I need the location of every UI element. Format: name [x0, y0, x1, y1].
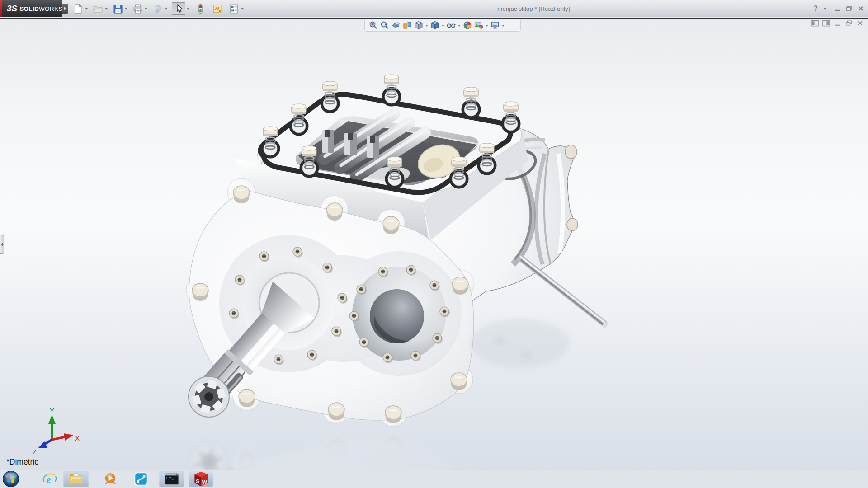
- flange-bolt: [233, 186, 250, 203]
- taskbar-command-prompt[interactable]: C:\_: [159, 471, 184, 487]
- sw-badge: 2015: [201, 483, 208, 487]
- brand-bold: SOLID: [19, 5, 39, 12]
- apply-scene-icon: [474, 20, 484, 30]
- panel-collapse-tab[interactable]: [0, 235, 4, 254]
- hide-show-items-button[interactable]: [446, 20, 456, 30]
- show-panel-right-button[interactable]: [822, 20, 830, 27]
- taskbar-media-player[interactable]: [100, 471, 120, 487]
- open-document-button[interactable]: [92, 3, 110, 14]
- show-panel-left-button[interactable]: [811, 20, 819, 27]
- triad-z-label: Z: [33, 448, 37, 455]
- terminal-text: C:\_: [166, 476, 174, 480]
- network-app-icon: [133, 471, 149, 487]
- flange-bolt: [452, 277, 468, 295]
- zoom-to-area-button[interactable]: [380, 20, 390, 30]
- minimize-button[interactable]: [834, 5, 841, 12]
- select-tool-button[interactable]: [172, 2, 185, 15]
- section-view-icon: [402, 20, 412, 30]
- window-title: menjac sklop * [Read-only]: [497, 0, 570, 17]
- undo-button[interactable]: [152, 3, 170, 14]
- open-document-icon: [92, 3, 104, 14]
- rebuild-icon: [212, 3, 223, 14]
- logo-mark: 3S: [7, 4, 17, 14]
- rebuild-button[interactable]: [212, 3, 223, 14]
- taskbar-network-app[interactable]: [131, 471, 151, 487]
- interference-button[interactable]: [195, 3, 206, 14]
- view-orientation-icon: [414, 20, 424, 30]
- view-settings-button[interactable]: [490, 20, 500, 30]
- view-orientation-label: *Dimetric: [6, 457, 38, 467]
- save-button[interactable]: [112, 3, 130, 14]
- print-button[interactable]: [132, 3, 150, 14]
- triad-y-label: Y: [50, 407, 54, 414]
- svg-text:S: S: [196, 478, 199, 484]
- display-style-icon: [430, 20, 440, 30]
- interference-icon: [195, 3, 206, 14]
- taskbar-explorer[interactable]: [63, 471, 89, 487]
- previous-view-icon: [391, 20, 401, 30]
- save-icon: [112, 3, 123, 14]
- view-orientation-caret[interactable]: [425, 25, 428, 27]
- brand-light: WORKS: [39, 5, 63, 12]
- close-button[interactable]: [857, 5, 864, 12]
- windows-start-icon: [2, 470, 19, 488]
- edit-appearance-icon: [462, 20, 472, 30]
- flange-bolt: [328, 403, 344, 420]
- cap-reflection: [470, 319, 570, 368]
- new-document-icon: [72, 3, 84, 14]
- spline-end: [189, 376, 229, 417]
- triad-x-label: X: [75, 434, 80, 442]
- taskbar-ie[interactable]: e: [40, 471, 60, 487]
- options-button[interactable]: [228, 3, 246, 14]
- zoom-to-area-icon: [380, 20, 390, 30]
- media-player-icon: [103, 471, 118, 487]
- view-settings-icon: [490, 20, 500, 30]
- doc-close-button[interactable]: [856, 20, 864, 27]
- document-window-controls: [811, 20, 864, 27]
- print-icon: [132, 3, 143, 14]
- section-view-button[interactable]: [402, 20, 412, 30]
- taskbar: e: [0, 470, 868, 488]
- new-document-button[interactable]: [72, 3, 90, 14]
- previous-view-button[interactable]: [391, 20, 401, 30]
- flange-bolt: [326, 203, 343, 221]
- command-prompt-icon: C:\_: [164, 471, 179, 487]
- menu-expand-tab[interactable]: [62, 4, 68, 14]
- doc-minimize-button[interactable]: [834, 20, 841, 27]
- flange-bolt: [385, 406, 401, 423]
- view-settings-caret[interactable]: [502, 25, 505, 27]
- solidworks-app-icon: S W 2015: [193, 471, 209, 487]
- flange-bolt: [239, 389, 255, 407]
- help-button[interactable]: ?: [813, 5, 818, 13]
- view-orientation-button[interactable]: [414, 20, 424, 30]
- apply-scene-caret[interactable]: [486, 25, 488, 27]
- undo-icon: [152, 3, 163, 14]
- select-cursor-icon: [173, 3, 184, 14]
- taskbar-solidworks[interactable]: S W 2015: [189, 471, 213, 487]
- internet-explorer-icon: e: [42, 471, 58, 487]
- zoom-to-fit-button[interactable]: [368, 20, 378, 30]
- apply-scene-button[interactable]: [474, 20, 484, 30]
- flange-bolt: [383, 216, 399, 234]
- display-style-button[interactable]: [430, 20, 440, 30]
- options-icon: [228, 3, 240, 14]
- viewport-3d[interactable]: Y X Z: [0, 0, 868, 488]
- restore-button[interactable]: [845, 5, 853, 12]
- flange-bolt: [451, 373, 467, 390]
- zoom-to-fit-icon: [368, 20, 378, 30]
- hide-show-icon: [446, 20, 456, 30]
- help-caret[interactable]: [824, 8, 826, 10]
- headsup-toolbar: [364, 19, 521, 32]
- edit-appearance-button[interactable]: [462, 20, 472, 30]
- title-bar: 3S SOLIDWORKS: [0, 0, 868, 17]
- flange-bolt: [192, 283, 208, 301]
- windows-explorer-icon: [68, 471, 84, 487]
- display-style-caret[interactable]: [442, 25, 444, 27]
- solidworks-logo: 3S SOLIDWORKS: [2, 0, 62, 17]
- hide-show-caret[interactable]: [458, 25, 461, 27]
- doc-restore-button[interactable]: [845, 20, 853, 27]
- start-button[interactable]: [1, 471, 21, 487]
